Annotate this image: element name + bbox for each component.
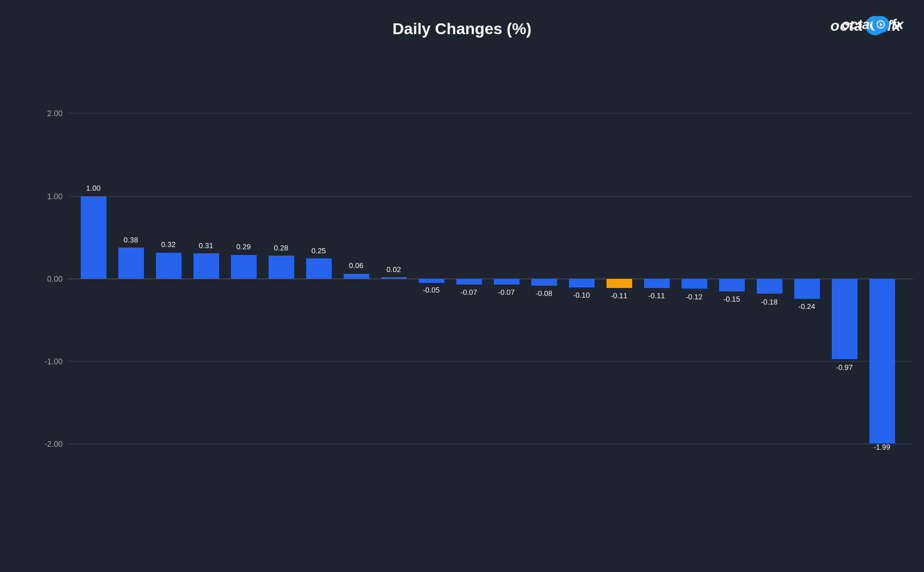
label-MXN-value: 0.32 [161,240,175,249]
label-TRY-value: 0.25 [311,246,325,255]
y-label-0: 0.00 [47,274,63,283]
bar-CHF [494,279,519,285]
bar-THB [794,279,820,299]
bar-SGD [569,279,595,287]
chart-title: Daily Changes (%) [393,20,531,38]
bar-RUB [81,196,106,279]
bar-JPY [719,279,745,291]
label-GBP-value: 0.06 [349,261,363,270]
label-CNY-value: -0.08 [535,289,552,298]
bar-EUR [644,279,670,288]
main-chart: 2.00 1.00 0.00 -1.00 -2.00 -3.00 1.00 RU… [34,51,913,507]
label-JPY-value: -0.15 [723,295,740,303]
label-INR-value: -0.05 [423,286,440,294]
bar-INR [419,279,444,283]
logo-circle-icon [876,19,886,30]
label-XAU-value: -0.11 [610,291,628,300]
bar-CNY [531,279,557,286]
label-BRL-value: -0.18 [761,298,778,306]
label-ZAR-value: 0.38 [123,236,138,244]
bar-CAD [269,256,294,279]
label-MYR-value: -0.12 [686,293,703,301]
y-label-2: 2.00 [47,109,63,118]
bar-NGN2 [869,279,895,443]
label-DXY-value: 0.02 [386,265,401,274]
bar-NZD [231,255,257,279]
bar-IDR [456,279,482,285]
bar-MXN [156,253,182,279]
bar-MYR [682,279,707,289]
label-NGN1-value: -0.97 [836,363,853,372]
bar-TRY [306,258,332,279]
label-RUB-value: 1.00 [86,184,100,192]
chart-container: Daily Changes (%) octa fx 2.00 1.00 0.00… [0,0,924,572]
label-NZD-value: 0.29 [236,242,250,251]
y-label-1: 1.00 [47,192,63,201]
label-NGN2-value: -1.99 [873,443,890,451]
bar-ZAR [118,248,144,279]
logo-octa: octa [842,17,869,32]
bar-XAU [607,279,632,288]
bar-BRL [757,279,782,294]
bar-DXY [381,277,407,279]
y-label--2: -2.00 [44,439,63,448]
bar-AUD [193,253,219,279]
label-CAD-value: 0.28 [274,244,288,252]
label-THB-value: -0.24 [798,302,815,311]
label-EUR-value: -0.11 [648,291,665,300]
octafx-logo: octa fx [842,16,904,33]
label-SGD-value: -0.10 [573,291,590,299]
logo-fx: fx [892,17,904,32]
label-AUD-value: 0.31 [199,241,213,250]
logo-circle [872,16,889,33]
bar-GBP [344,274,369,279]
bar-NGN1 [832,279,857,359]
label-CHF-value: -0.07 [498,288,515,297]
label-IDR-value: -0.07 [460,288,477,297]
y-label--1: -1.00 [44,357,63,366]
